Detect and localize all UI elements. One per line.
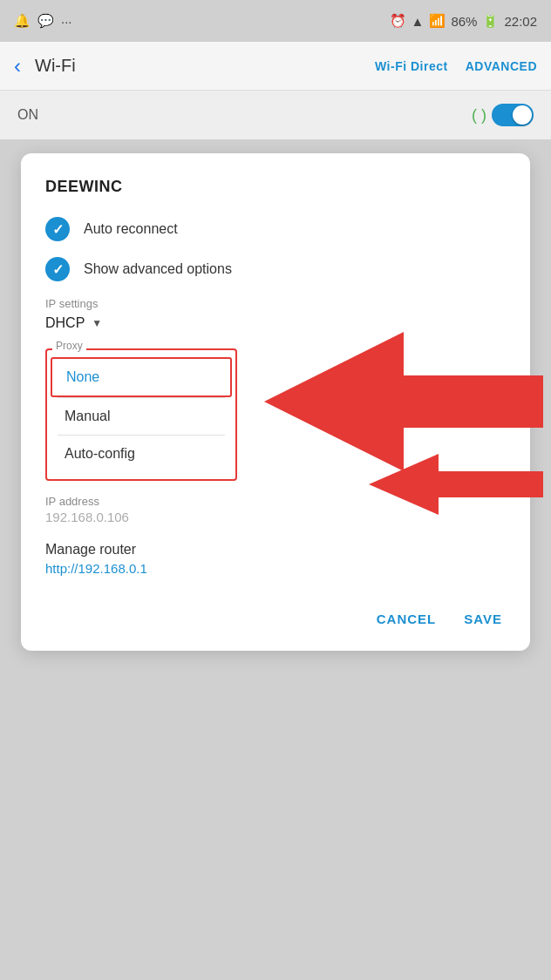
proxy-option-autoconfig[interactable]: Auto-config xyxy=(51,436,232,472)
dialog-card: DEEWINC Auto reconnect Show advanced opt… xyxy=(21,153,530,651)
status-bar-left: 🔔 💬 ··· xyxy=(14,13,72,29)
on-row: ON ( ) xyxy=(0,91,551,139)
ip-address-label: IP address xyxy=(45,495,506,508)
on-label: ON xyxy=(17,107,38,123)
dhcp-dropdown-arrow: ▼ xyxy=(92,317,102,329)
notification-icon: 🔔 xyxy=(14,13,31,29)
status-bar-right: ⏰ ▲ 📶 86% 🔋 22:02 xyxy=(390,13,537,29)
wifi-signal-icon: ( ) xyxy=(472,106,486,125)
toggle-area: ( ) xyxy=(472,104,534,126)
proxy-dropdown-box[interactable]: Proxy None Manual Auto-config xyxy=(45,348,237,481)
wifi-direct-button[interactable]: Wi-Fi Direct xyxy=(375,59,448,73)
alarm-icon: ⏰ xyxy=(390,13,406,29)
back-button[interactable]: ‹ xyxy=(14,54,21,78)
save-button[interactable]: SAVE xyxy=(460,605,506,633)
network-name: DEEWINC xyxy=(45,178,506,196)
manage-router-link[interactable]: http://192.168.0.1 xyxy=(45,561,147,576)
manage-router-section: Manage router http://192.168.0.1 xyxy=(45,542,506,577)
auto-reconnect-checkbox[interactable] xyxy=(45,217,70,241)
auto-reconnect-label: Auto reconnect xyxy=(84,221,178,237)
dhcp-dropdown[interactable]: DHCP ▼ xyxy=(45,315,506,331)
wifi-icon: ▲ xyxy=(412,14,425,29)
cancel-button[interactable]: CANCEL xyxy=(373,605,440,633)
battery-percent: 86% xyxy=(451,14,477,29)
manage-router-label: Manage router xyxy=(45,542,506,558)
auto-reconnect-row[interactable]: Auto reconnect xyxy=(45,217,506,241)
proxy-section: Proxy None Manual Auto-config xyxy=(45,348,506,481)
proxy-option-none[interactable]: None xyxy=(51,357,232,397)
clock: 22:02 xyxy=(504,14,537,29)
show-advanced-checkbox[interactable] xyxy=(45,257,70,281)
battery-icon: 🔋 xyxy=(482,13,499,29)
page-title: Wi-Fi xyxy=(35,56,375,76)
status-bar: 🔔 💬 ··· ⏰ ▲ 📶 86% 🔋 22:02 xyxy=(0,0,551,42)
show-advanced-label: Show advanced options xyxy=(84,261,232,277)
dialog-buttons: CANCEL SAVE xyxy=(45,598,506,633)
dhcp-value: DHCP xyxy=(45,315,85,331)
ip-address-value: 192.168.0.106 xyxy=(45,510,506,524)
ip-settings-label: IP settings xyxy=(45,297,506,310)
show-advanced-row[interactable]: Show advanced options xyxy=(45,257,506,281)
nav-bar: ‹ Wi-Fi Wi-Fi Direct ADVANCED xyxy=(0,42,551,91)
sim-icon: 📶 xyxy=(429,13,446,29)
more-icon: ··· xyxy=(61,14,72,29)
nav-actions: Wi-Fi Direct ADVANCED xyxy=(375,59,537,73)
advanced-button[interactable]: ADVANCED xyxy=(466,59,537,73)
proxy-option-manual[interactable]: Manual xyxy=(51,398,232,435)
wifi-toggle[interactable] xyxy=(492,104,534,126)
whatsapp-icon: 💬 xyxy=(37,13,54,29)
proxy-label: Proxy xyxy=(52,340,86,352)
